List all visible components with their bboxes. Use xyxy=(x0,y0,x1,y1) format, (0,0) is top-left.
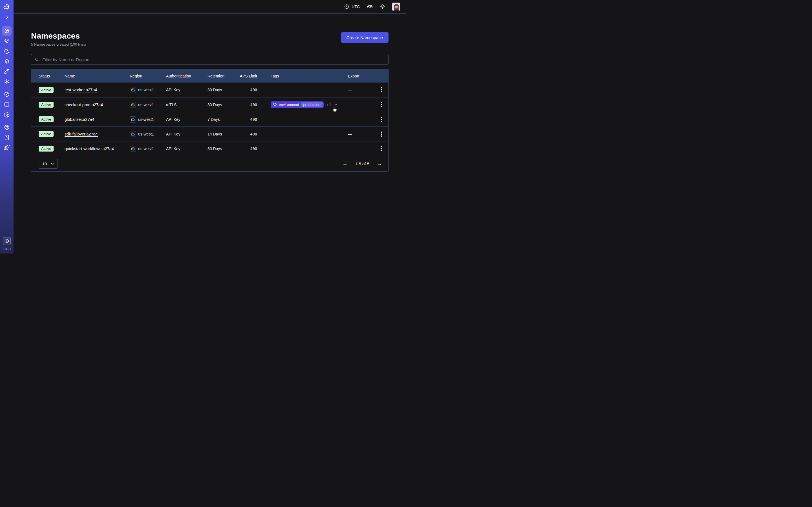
schedules-timer-icon xyxy=(4,48,10,54)
chevron-down-icon xyxy=(50,162,54,166)
docs-book-icon xyxy=(4,134,10,140)
retention-cell: 14 Days xyxy=(207,132,239,136)
nexus-asterisk-icon xyxy=(4,78,10,85)
filter-bar xyxy=(31,54,389,65)
pagination-range: 1-5 of 5 xyxy=(355,161,369,166)
pagination-bar: 10 ← 1-5 of 5 → xyxy=(31,156,388,171)
avatar[interactable] xyxy=(392,3,400,11)
tag-value: production xyxy=(301,102,323,107)
temporal-logo[interactable] xyxy=(3,3,10,11)
sidebar-item-schedules[interactable] xyxy=(0,46,13,56)
aps-limit-cell: 400 xyxy=(239,147,257,151)
export-cell: — xyxy=(348,132,374,136)
col-authentication: Authentication xyxy=(166,74,207,78)
sidebar-item-usage[interactable] xyxy=(0,89,13,100)
namespaces-table: Status Name Region Authentication Retent… xyxy=(31,69,389,172)
topbar: UTC xyxy=(13,0,406,13)
status-badge: Active xyxy=(39,87,54,93)
tags-cell: environment production +1 xyxy=(257,101,348,108)
row-menu-button[interactable] xyxy=(380,145,383,152)
row-menu-button[interactable] xyxy=(380,130,383,138)
sidebar-item-batch-operations[interactable] xyxy=(0,66,13,76)
sidebar-divider xyxy=(0,88,13,88)
gcp-region-icon xyxy=(130,146,136,152)
reader-glasses-icon[interactable] xyxy=(366,4,373,9)
settings-gear-icon xyxy=(4,112,10,118)
sidebar-item-deployments[interactable] xyxy=(0,56,13,66)
sidebar-expand-button[interactable] xyxy=(4,15,9,20)
credits-button[interactable]: $ xyxy=(3,237,11,245)
timezone-selector[interactable]: UTC xyxy=(344,4,360,9)
row-menu-button[interactable] xyxy=(380,86,383,94)
monitor-eye-icon xyxy=(4,38,10,44)
create-namespace-button[interactable]: Create Namespace xyxy=(341,32,389,43)
sidebar-item-getting-started[interactable] xyxy=(0,143,13,153)
retention-cell: 30 Days xyxy=(207,88,239,92)
credits-dollar-badge-icon: $ xyxy=(4,238,10,244)
row-menu-button[interactable] xyxy=(380,101,383,108)
status-badge: Active xyxy=(39,131,54,137)
namespaces-cube-icon xyxy=(4,28,10,34)
col-retention: Retention xyxy=(207,74,239,78)
next-page-button[interactable]: → xyxy=(377,161,382,166)
gcp-region-icon xyxy=(130,102,136,108)
tag-chip[interactable]: environment production xyxy=(271,101,324,108)
page-size-select[interactable]: 10 xyxy=(39,159,58,169)
sidebar-divider xyxy=(0,121,13,121)
namespace-link[interactable]: globalizer.a27a4 xyxy=(64,117,94,122)
table-row: Active test-worker.a27a4 us-west1 API Ke… xyxy=(31,82,388,97)
authentication-cell: API Key xyxy=(166,117,207,122)
sidebar-item-monitoring[interactable] xyxy=(0,36,13,46)
main-content: Namespaces 5 Namespaces created (100 lim… xyxy=(13,14,406,253)
sidebar-item-settings[interactable] xyxy=(0,110,13,120)
usage-gauge-icon xyxy=(4,91,10,98)
col-name: Name xyxy=(64,74,130,78)
retention-cell: 30 Days xyxy=(207,147,239,151)
sidebar-item-support[interactable] xyxy=(0,122,13,132)
aps-limit-cell: 400 xyxy=(239,88,257,92)
col-tags: Tags xyxy=(257,74,348,78)
region-label: us-west1 xyxy=(138,132,154,136)
region-label: us-west1 xyxy=(138,147,154,151)
authentication-cell: API Key xyxy=(166,132,207,136)
namespace-link[interactable]: test-worker.a27a4 xyxy=(64,88,97,92)
page-subtitle: 5 Namespaces created (100 limit) xyxy=(31,42,86,47)
table-row: Active sdk-failover.a27a4 us-west1 API K… xyxy=(31,126,388,141)
namespace-link[interactable]: checkout-prod.a27a4 xyxy=(64,103,103,107)
app-version: 2.35.1 xyxy=(3,247,11,251)
table-row: Active checkout-prod.a27a4 us-west1 mTLS… xyxy=(31,97,388,112)
status-badge: Active xyxy=(39,146,54,152)
clock-icon xyxy=(344,4,349,9)
row-menu-button[interactable] xyxy=(380,116,383,123)
light-theme-sun-icon[interactable] xyxy=(380,4,385,9)
region-label: us-west1 xyxy=(138,88,154,92)
authentication-cell: API Key xyxy=(166,147,207,151)
sidebar-item-nexus[interactable] xyxy=(0,76,13,87)
getting-started-rocket-icon xyxy=(4,145,10,151)
table-row: Active quickstart-workflows.a27a4 us-wes… xyxy=(31,141,388,156)
export-cell: — xyxy=(348,117,374,122)
authentication-cell: API Key xyxy=(166,88,207,92)
col-export: Export xyxy=(348,74,374,78)
timezone-label: UTC xyxy=(352,4,360,9)
batch-branch-icon xyxy=(4,68,10,75)
table-header-row: Status Name Region Authentication Retent… xyxy=(31,69,388,82)
retention-cell: 30 Days xyxy=(207,103,239,107)
sidebar-item-docs[interactable] xyxy=(0,132,13,143)
aps-limit-cell: 400 xyxy=(239,132,257,136)
billing-card-icon xyxy=(4,101,10,108)
tag-key: environment xyxy=(279,103,299,107)
namespace-link[interactable]: sdk-failover.a27a4 xyxy=(64,132,98,136)
table-row: Active globalizer.a27a4 us-west1 API Key… xyxy=(31,112,388,126)
chevron-down-icon[interactable] xyxy=(334,103,338,107)
export-cell: — xyxy=(348,103,374,107)
sidebar-item-namespaces[interactable] xyxy=(0,26,13,36)
filter-input[interactable] xyxy=(42,57,385,62)
col-status: Status xyxy=(39,74,64,78)
sidebar-item-billing[interactable] xyxy=(0,100,13,110)
gcp-region-icon xyxy=(130,87,136,93)
export-cell: — xyxy=(348,147,374,151)
namespace-link[interactable]: quickstart-workflows.a27a4 xyxy=(64,147,114,151)
deployments-layers-icon xyxy=(4,58,10,64)
prev-page-button[interactable]: ← xyxy=(342,161,348,166)
